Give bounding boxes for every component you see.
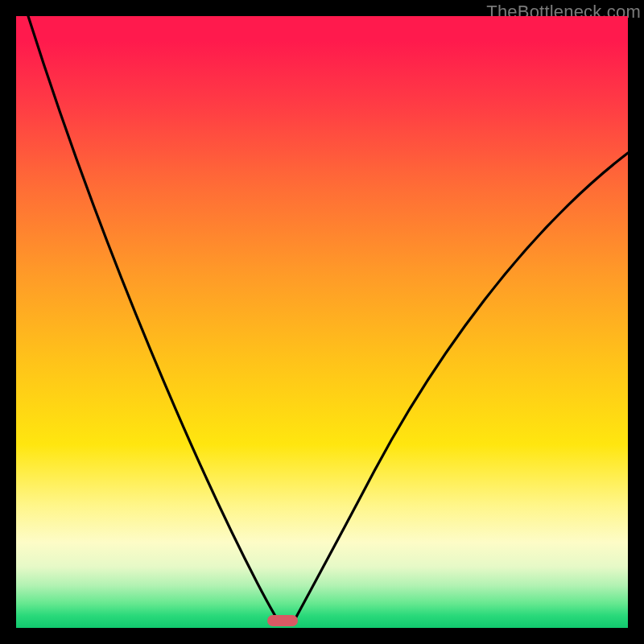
curve-left-branch (28, 16, 279, 621)
optimal-marker (267, 615, 298, 626)
bottleneck-curve (16, 16, 628, 628)
curve-right-branch (294, 153, 628, 621)
plot-frame (16, 16, 628, 628)
